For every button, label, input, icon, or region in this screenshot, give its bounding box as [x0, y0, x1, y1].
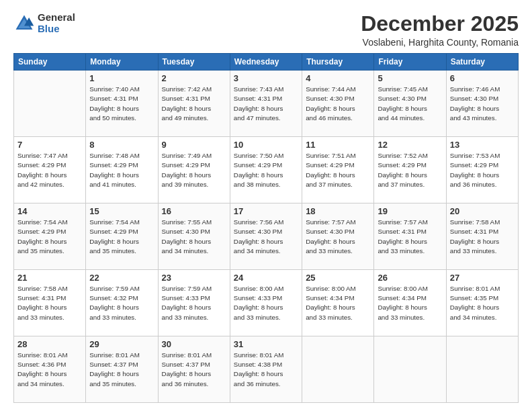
- day-number: 8: [89, 140, 154, 150]
- day-number: 25: [306, 273, 370, 283]
- calendar-cell: 5Sunrise: 7:45 AMSunset: 4:30 PMDaylight…: [374, 71, 446, 137]
- calendar-cell: [302, 336, 374, 403]
- header-day-thursday: Thursday: [302, 54, 374, 71]
- calendar-cell: 31Sunrise: 8:01 AMSunset: 4:38 PMDayligh…: [230, 336, 302, 403]
- header: General Blue December 2025 Voslabeni, Ha…: [13, 12, 519, 48]
- calendar-cell: 9Sunrise: 7:49 AMSunset: 4:29 PMDaylight…: [158, 137, 230, 203]
- calendar-cell: 17Sunrise: 7:56 AMSunset: 4:30 PMDayligh…: [230, 203, 302, 270]
- day-info: Sunrise: 8:01 AMSunset: 4:35 PMDaylight:…: [450, 284, 515, 322]
- day-number: 2: [162, 73, 226, 83]
- calendar-cell: [14, 71, 86, 137]
- calendar-page: General Blue December 2025 Voslabeni, Ha…: [0, 0, 532, 411]
- calendar-cell: 13Sunrise: 7:53 AMSunset: 4:29 PMDayligh…: [446, 137, 518, 203]
- calendar-cell: 15Sunrise: 7:54 AMSunset: 4:29 PMDayligh…: [86, 203, 158, 270]
- calendar-cell: 2Sunrise: 7:42 AMSunset: 4:31 PMDaylight…: [158, 71, 230, 137]
- calendar-cell: 22Sunrise: 7:59 AMSunset: 4:32 PMDayligh…: [86, 270, 158, 336]
- calendar-cell: 8Sunrise: 7:48 AMSunset: 4:29 PMDaylight…: [86, 137, 158, 203]
- calendar-cell: 20Sunrise: 7:58 AMSunset: 4:31 PMDayligh…: [446, 203, 518, 270]
- day-info: Sunrise: 7:40 AMSunset: 4:31 PMDaylight:…: [89, 85, 154, 123]
- calendar-cell: 23Sunrise: 7:59 AMSunset: 4:33 PMDayligh…: [158, 270, 230, 336]
- day-info: Sunrise: 7:48 AMSunset: 4:29 PMDaylight:…: [89, 151, 154, 189]
- header-day-sunday: Sunday: [14, 54, 86, 71]
- logo-icon: [13, 13, 35, 34]
- calendar-cell: 26Sunrise: 8:00 AMSunset: 4:34 PMDayligh…: [374, 270, 446, 336]
- day-number: 9: [162, 140, 226, 150]
- day-info: Sunrise: 7:59 AMSunset: 4:32 PMDaylight:…: [89, 284, 154, 322]
- logo-text: General Blue: [38, 12, 75, 34]
- day-number: 16: [162, 206, 226, 216]
- day-info: Sunrise: 7:53 AMSunset: 4:29 PMDaylight:…: [450, 151, 515, 189]
- calendar-cell: 12Sunrise: 7:52 AMSunset: 4:29 PMDayligh…: [374, 137, 446, 203]
- week-row-4: 21Sunrise: 7:58 AMSunset: 4:31 PMDayligh…: [14, 270, 519, 336]
- day-number: 17: [234, 206, 298, 216]
- day-info: Sunrise: 7:58 AMSunset: 4:31 PMDaylight:…: [450, 218, 515, 256]
- day-info: Sunrise: 7:55 AMSunset: 4:30 PMDaylight:…: [162, 218, 226, 256]
- day-info: Sunrise: 8:00 AMSunset: 4:33 PMDaylight:…: [234, 284, 298, 322]
- day-info: Sunrise: 7:50 AMSunset: 4:29 PMDaylight:…: [234, 151, 298, 189]
- day-info: Sunrise: 7:54 AMSunset: 4:29 PMDaylight:…: [89, 218, 154, 256]
- calendar-cell: 10Sunrise: 7:50 AMSunset: 4:29 PMDayligh…: [230, 137, 302, 203]
- day-info: Sunrise: 8:01 AMSunset: 4:37 PMDaylight:…: [162, 351, 226, 389]
- calendar-cell: 14Sunrise: 7:54 AMSunset: 4:29 PMDayligh…: [14, 203, 86, 270]
- calendar-cell: 24Sunrise: 8:00 AMSunset: 4:33 PMDayligh…: [230, 270, 302, 336]
- day-number: 10: [234, 140, 298, 150]
- day-number: 15: [89, 206, 154, 216]
- day-number: 23: [162, 273, 226, 283]
- day-info: Sunrise: 7:43 AMSunset: 4:31 PMDaylight:…: [234, 85, 298, 123]
- month-title: December 2025: [361, 12, 519, 36]
- header-day-saturday: Saturday: [446, 54, 518, 71]
- day-info: Sunrise: 8:00 AMSunset: 4:34 PMDaylight:…: [378, 284, 442, 322]
- day-number: 14: [17, 206, 82, 216]
- day-info: Sunrise: 7:52 AMSunset: 4:29 PMDaylight:…: [378, 151, 442, 189]
- day-number: 28: [17, 339, 82, 349]
- day-info: Sunrise: 8:01 AMSunset: 4:38 PMDaylight:…: [234, 351, 298, 389]
- day-number: 13: [450, 140, 515, 150]
- week-row-3: 14Sunrise: 7:54 AMSunset: 4:29 PMDayligh…: [14, 203, 519, 270]
- day-number: 19: [378, 206, 442, 216]
- calendar-cell: 18Sunrise: 7:57 AMSunset: 4:30 PMDayligh…: [302, 203, 374, 270]
- day-info: Sunrise: 7:57 AMSunset: 4:31 PMDaylight:…: [378, 218, 442, 256]
- day-info: Sunrise: 7:54 AMSunset: 4:29 PMDaylight:…: [17, 218, 82, 256]
- calendar-cell: 19Sunrise: 7:57 AMSunset: 4:31 PMDayligh…: [374, 203, 446, 270]
- week-row-1: 1Sunrise: 7:40 AMSunset: 4:31 PMDaylight…: [14, 71, 519, 137]
- calendar-cell: 3Sunrise: 7:43 AMSunset: 4:31 PMDaylight…: [230, 71, 302, 137]
- week-row-5: 28Sunrise: 8:01 AMSunset: 4:36 PMDayligh…: [14, 336, 519, 403]
- calendar-cell: 4Sunrise: 7:44 AMSunset: 4:30 PMDaylight…: [302, 71, 374, 137]
- day-info: Sunrise: 8:01 AMSunset: 4:36 PMDaylight:…: [17, 351, 82, 389]
- calendar-cell: 6Sunrise: 7:46 AMSunset: 4:30 PMDaylight…: [446, 71, 518, 137]
- day-number: 12: [378, 140, 442, 150]
- day-number: 4: [306, 73, 370, 83]
- calendar-cell: 21Sunrise: 7:58 AMSunset: 4:31 PMDayligh…: [14, 270, 86, 336]
- day-info: Sunrise: 7:47 AMSunset: 4:29 PMDaylight:…: [17, 151, 82, 189]
- day-number: 1: [89, 73, 154, 83]
- calendar-table: SundayMondayTuesdayWednesdayThursdayFrid…: [13, 53, 519, 403]
- location-title: Voslabeni, Harghita County, Romania: [361, 37, 519, 48]
- day-info: Sunrise: 7:44 AMSunset: 4:30 PMDaylight:…: [306, 85, 370, 123]
- calendar-cell: 27Sunrise: 8:01 AMSunset: 4:35 PMDayligh…: [446, 270, 518, 336]
- header-day-friday: Friday: [374, 54, 446, 71]
- day-number: 26: [378, 273, 442, 283]
- day-number: 3: [234, 73, 298, 83]
- calendar-cell: 29Sunrise: 8:01 AMSunset: 4:37 PMDayligh…: [86, 336, 158, 403]
- day-info: Sunrise: 7:57 AMSunset: 4:30 PMDaylight:…: [306, 218, 370, 256]
- day-number: 22: [89, 273, 154, 283]
- calendar-cell: [446, 336, 518, 403]
- day-number: 11: [306, 140, 370, 150]
- day-info: Sunrise: 7:59 AMSunset: 4:33 PMDaylight:…: [162, 284, 226, 322]
- day-number: 31: [234, 339, 298, 349]
- logo: General Blue: [13, 12, 75, 34]
- day-info: Sunrise: 7:49 AMSunset: 4:29 PMDaylight:…: [162, 151, 226, 189]
- day-info: Sunrise: 7:46 AMSunset: 4:30 PMDaylight:…: [450, 85, 515, 123]
- title-block: December 2025 Voslabeni, Harghita County…: [361, 12, 519, 48]
- day-info: Sunrise: 8:00 AMSunset: 4:34 PMDaylight:…: [306, 284, 370, 322]
- day-number: 30: [162, 339, 226, 349]
- calendar-cell: 7Sunrise: 7:47 AMSunset: 4:29 PMDaylight…: [14, 137, 86, 203]
- day-number: 7: [17, 140, 82, 150]
- logo-blue-text: Blue: [38, 24, 75, 35]
- day-number: 5: [378, 73, 442, 83]
- header-day-monday: Monday: [86, 54, 158, 71]
- calendar-cell: 28Sunrise: 8:01 AMSunset: 4:36 PMDayligh…: [14, 336, 86, 403]
- header-day-wednesday: Wednesday: [230, 54, 302, 71]
- day-info: Sunrise: 7:58 AMSunset: 4:31 PMDaylight:…: [17, 284, 82, 322]
- day-info: Sunrise: 8:01 AMSunset: 4:37 PMDaylight:…: [89, 351, 154, 389]
